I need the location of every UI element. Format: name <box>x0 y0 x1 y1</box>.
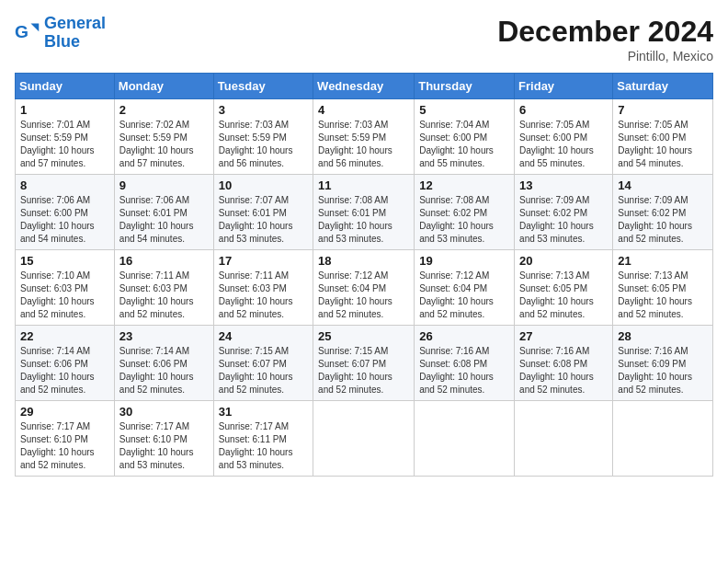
day-number: 18 <box>318 254 409 268</box>
day-number: 10 <box>219 178 308 192</box>
day-number: 15 <box>20 254 109 268</box>
day-number: 22 <box>20 329 109 343</box>
calendar-cell: 24Sunrise: 7:15 AM Sunset: 6:07 PM Dayli… <box>213 326 313 401</box>
day-number: 21 <box>618 254 708 268</box>
logo-general: General <box>44 14 106 32</box>
day-number: 1 <box>20 103 109 117</box>
day-number: 19 <box>419 254 509 268</box>
day-info: Sunrise: 7:17 AM Sunset: 6:11 PM Dayligh… <box>219 420 308 472</box>
day-number: 9 <box>119 178 209 192</box>
day-info: Sunrise: 7:15 AM Sunset: 6:07 PM Dayligh… <box>219 345 308 396</box>
calendar-body: 1Sunrise: 7:01 AM Sunset: 5:59 PM Daylig… <box>16 99 713 477</box>
day-number: 25 <box>318 329 409 343</box>
day-info: Sunrise: 7:14 AM Sunset: 6:06 PM Dayligh… <box>20 345 109 396</box>
calendar-cell <box>515 401 613 477</box>
calendar-cell: 29Sunrise: 7:17 AM Sunset: 6:10 PM Dayli… <box>16 401 115 477</box>
column-header-monday: Monday <box>114 74 213 99</box>
calendar-cell: 17Sunrise: 7:11 AM Sunset: 6:03 PM Dayli… <box>213 250 313 326</box>
day-info: Sunrise: 7:08 AM Sunset: 6:01 PM Dayligh… <box>318 194 409 246</box>
calendar-cell: 25Sunrise: 7:15 AM Sunset: 6:07 PM Dayli… <box>313 326 415 401</box>
calendar-cell: 10Sunrise: 7:07 AM Sunset: 6:01 PM Dayli… <box>213 175 313 250</box>
calendar-cell <box>415 401 515 477</box>
day-number: 29 <box>20 405 109 419</box>
day-number: 30 <box>119 405 209 419</box>
day-number: 26 <box>419 329 509 343</box>
calendar-title: December 2024 <box>497 15 713 49</box>
day-info: Sunrise: 7:07 AM Sunset: 6:01 PM Dayligh… <box>219 194 308 246</box>
calendar-week-row: 8Sunrise: 7:06 AM Sunset: 6:00 PM Daylig… <box>16 175 713 250</box>
day-number: 12 <box>419 178 509 192</box>
day-number: 27 <box>519 329 608 343</box>
calendar-cell <box>313 401 415 477</box>
day-number: 17 <box>219 254 308 268</box>
day-info: Sunrise: 7:11 AM Sunset: 6:03 PM Dayligh… <box>119 270 209 321</box>
day-info: Sunrise: 7:16 AM Sunset: 6:08 PM Dayligh… <box>519 345 608 396</box>
day-number: 13 <box>519 178 608 192</box>
column-header-friday: Friday <box>515 74 613 99</box>
day-number: 20 <box>519 254 608 268</box>
calendar-cell: 6Sunrise: 7:05 AM Sunset: 6:00 PM Daylig… <box>515 99 613 175</box>
day-number: 11 <box>318 178 409 192</box>
day-info: Sunrise: 7:03 AM Sunset: 5:59 PM Dayligh… <box>219 119 308 170</box>
logo-icon: G <box>15 20 40 46</box>
day-info: Sunrise: 7:04 AM Sunset: 6:00 PM Dayligh… <box>419 119 509 170</box>
column-header-thursday: Thursday <box>415 74 515 99</box>
calendar-cell: 7Sunrise: 7:05 AM Sunset: 6:00 PM Daylig… <box>613 99 713 175</box>
calendar-cell: 2Sunrise: 7:02 AM Sunset: 5:59 PM Daylig… <box>114 99 213 175</box>
day-info: Sunrise: 7:09 AM Sunset: 6:02 PM Dayligh… <box>618 194 708 246</box>
day-info: Sunrise: 7:05 AM Sunset: 6:00 PM Dayligh… <box>519 119 608 170</box>
day-info: Sunrise: 7:06 AM Sunset: 6:00 PM Dayligh… <box>20 194 109 246</box>
calendar-week-row: 15Sunrise: 7:10 AM Sunset: 6:03 PM Dayli… <box>16 250 713 326</box>
calendar-cell: 22Sunrise: 7:14 AM Sunset: 6:06 PM Dayli… <box>16 326 115 401</box>
calendar-cell: 3Sunrise: 7:03 AM Sunset: 5:59 PM Daylig… <box>213 99 313 175</box>
day-info: Sunrise: 7:11 AM Sunset: 6:03 PM Dayligh… <box>219 270 308 321</box>
calendar-cell: 21Sunrise: 7:13 AM Sunset: 6:05 PM Dayli… <box>613 250 713 326</box>
day-info: Sunrise: 7:12 AM Sunset: 6:04 PM Dayligh… <box>419 270 509 321</box>
logo: G General Blue <box>15 15 106 52</box>
calendar-cell: 28Sunrise: 7:16 AM Sunset: 6:09 PM Dayli… <box>613 326 713 401</box>
calendar-cell: 11Sunrise: 7:08 AM Sunset: 6:01 PM Dayli… <box>313 175 415 250</box>
calendar-cell: 8Sunrise: 7:06 AM Sunset: 6:00 PM Daylig… <box>16 175 115 250</box>
calendar-cell: 4Sunrise: 7:03 AM Sunset: 5:59 PM Daylig… <box>313 99 415 175</box>
day-info: Sunrise: 7:10 AM Sunset: 6:03 PM Dayligh… <box>20 270 109 321</box>
day-info: Sunrise: 7:08 AM Sunset: 6:02 PM Dayligh… <box>419 194 509 246</box>
day-info: Sunrise: 7:02 AM Sunset: 5:59 PM Dayligh… <box>119 119 209 170</box>
svg-text:G: G <box>15 22 28 41</box>
header: G General Blue December 2024 Pintillo, M… <box>15 15 713 63</box>
calendar-cell: 5Sunrise: 7:04 AM Sunset: 6:00 PM Daylig… <box>415 99 515 175</box>
day-info: Sunrise: 7:13 AM Sunset: 6:05 PM Dayligh… <box>519 270 608 321</box>
calendar-cell: 19Sunrise: 7:12 AM Sunset: 6:04 PM Dayli… <box>415 250 515 326</box>
logo-blue: Blue <box>44 33 106 52</box>
day-info: Sunrise: 7:13 AM Sunset: 6:05 PM Dayligh… <box>618 270 708 321</box>
calendar-cell: 12Sunrise: 7:08 AM Sunset: 6:02 PM Dayli… <box>415 175 515 250</box>
day-info: Sunrise: 7:03 AM Sunset: 5:59 PM Dayligh… <box>318 119 409 170</box>
calendar-cell: 13Sunrise: 7:09 AM Sunset: 6:02 PM Dayli… <box>515 175 613 250</box>
day-number: 23 <box>119 329 209 343</box>
day-number: 14 <box>618 178 708 192</box>
day-info: Sunrise: 7:17 AM Sunset: 6:10 PM Dayligh… <box>119 420 209 472</box>
day-info: Sunrise: 7:16 AM Sunset: 6:09 PM Dayligh… <box>618 345 708 396</box>
day-number: 3 <box>219 103 308 117</box>
calendar-week-row: 22Sunrise: 7:14 AM Sunset: 6:06 PM Dayli… <box>16 326 713 401</box>
calendar-cell: 9Sunrise: 7:06 AM Sunset: 6:01 PM Daylig… <box>114 175 213 250</box>
day-number: 8 <box>20 178 109 192</box>
day-number: 24 <box>219 329 308 343</box>
day-info: Sunrise: 7:06 AM Sunset: 6:01 PM Dayligh… <box>119 194 209 246</box>
calendar-cell: 30Sunrise: 7:17 AM Sunset: 6:10 PM Dayli… <box>114 401 213 477</box>
calendar-cell: 31Sunrise: 7:17 AM Sunset: 6:11 PM Dayli… <box>213 401 313 477</box>
day-info: Sunrise: 7:15 AM Sunset: 6:07 PM Dayligh… <box>318 345 409 396</box>
calendar-subtitle: Pintillo, Mexico <box>497 49 713 63</box>
day-number: 2 <box>119 103 209 117</box>
day-info: Sunrise: 7:17 AM Sunset: 6:10 PM Dayligh… <box>20 420 109 472</box>
day-info: Sunrise: 7:16 AM Sunset: 6:08 PM Dayligh… <box>419 345 509 396</box>
calendar-cell: 16Sunrise: 7:11 AM Sunset: 6:03 PM Dayli… <box>114 250 213 326</box>
day-number: 16 <box>119 254 209 268</box>
calendar-week-row: 1Sunrise: 7:01 AM Sunset: 5:59 PM Daylig… <box>16 99 713 175</box>
svg-marker-1 <box>31 23 40 31</box>
day-info: Sunrise: 7:14 AM Sunset: 6:06 PM Dayligh… <box>119 345 209 396</box>
calendar-week-row: 29Sunrise: 7:17 AM Sunset: 6:10 PM Dayli… <box>16 401 713 477</box>
day-info: Sunrise: 7:01 AM Sunset: 5:59 PM Dayligh… <box>20 119 109 170</box>
day-number: 4 <box>318 103 409 117</box>
calendar-table: SundayMondayTuesdayWednesdayThursdayFrid… <box>15 73 713 477</box>
calendar-cell: 27Sunrise: 7:16 AM Sunset: 6:08 PM Dayli… <box>515 326 613 401</box>
